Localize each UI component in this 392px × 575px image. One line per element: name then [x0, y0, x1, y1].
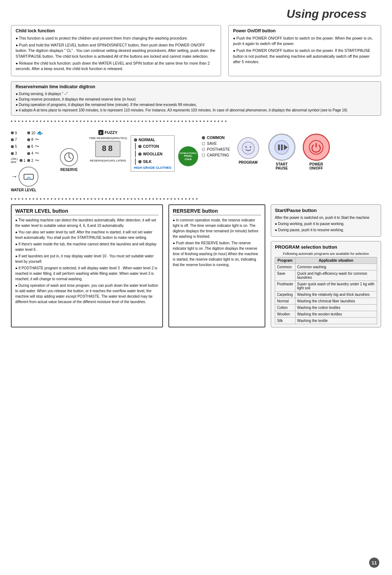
program-button-section: PROGRAM — [237, 137, 259, 164]
svg-point-8 — [250, 146, 251, 148]
wl-btn-item-4: If wet laundries are put in, it may disp… — [15, 253, 159, 264]
programs-right-section: COMMON SAVE POSTHASTE CARPETING — [202, 135, 230, 159]
table-cell: Washing the relatively big and thick lau… — [295, 291, 377, 298]
prog-cotton: COTTON — [143, 144, 159, 148]
child-lock-title: Child lock function — [16, 28, 216, 33]
top-info-row: Child lock function This function is use… — [11, 25, 381, 76]
table-cell: Washing the textile — [295, 318, 377, 324]
start-pause-info-box: Start/Pause button After the power is sw… — [271, 204, 381, 237]
reserve-label: RESERVE — [60, 168, 78, 172]
prog-col-1: Program — [275, 257, 295, 264]
start-pause-section: START PAUSE — [268, 134, 295, 170]
table-row: CottonWashing the cotton textiles — [275, 305, 377, 311]
diagram-area: 9 10 🐟 7 8 〜 5 6 〜 3 4 〜 (18L)MIN1 2 〜 → — [11, 123, 381, 197]
start-pause-label: START PAUSE — [275, 162, 288, 170]
water-level-label: WATER LEVEL — [11, 188, 36, 192]
power-on-off-title: Power On/Off button — [233, 28, 376, 33]
wl-btn-item-3: If there's water inside the tub, the mac… — [15, 241, 159, 252]
program-selection-title: PROGRAM selection button — [275, 244, 377, 250]
table-cell: Save — [275, 270, 295, 281]
reserve-button-box: RERSERVE button In common operation mode… — [168, 204, 265, 327]
wl-3: 3 — [15, 151, 17, 155]
programs-left-box: NORMAL COTTON WOOLLEN SILK HIGH G — [131, 135, 175, 172]
sp-item-1: After the power is switched on, push it … — [275, 215, 377, 220]
page-number: 11 — [369, 558, 379, 568]
table-cell: Common washing — [295, 264, 377, 270]
sp-item-3: During pause, push it to resume working. — [275, 227, 377, 233]
power-section: POWER ON/OFF — [303, 134, 330, 170]
sp-item-2: During working, push it to pause working… — [275, 221, 377, 227]
child-lock-item-2: Push and hold the WATER LEVEL button and… — [16, 42, 216, 59]
table-row: PosthasteSuper quick wash of the laundry… — [275, 281, 377, 291]
prog-normal: NORMAL — [139, 138, 155, 142]
start-pause-button[interactable] — [268, 134, 295, 161]
child-lock-item-3: Release the child lock function: push do… — [16, 61, 216, 72]
reserve-hours-label: RESERVE(HOURS LATER) — [90, 159, 126, 162]
prog-carpeting: CARPETING — [207, 153, 229, 157]
table-cell: Silk — [275, 318, 295, 324]
wl-4: 4 — [31, 151, 33, 155]
reserve-btn-item-1: In common operation mode, the reserve in… — [173, 217, 261, 239]
svg-text:F: F — [100, 131, 102, 135]
time-remained-label: TIME REMAINED(MINUTES) — [89, 136, 127, 140]
table-cell: Carpeting — [275, 291, 295, 298]
table-cell: Washing the chimical fiber laundries — [295, 298, 377, 305]
prog-silk: SILK — [143, 159, 152, 164]
table-row: WoollenWashing the woolen textiles — [275, 311, 377, 318]
svg-point-6 — [242, 142, 254, 154]
high-grade-label: HIGH GRADE CLOTHES — [134, 166, 171, 170]
reserve-time-title: Reserve/remain time indicator digitron — [16, 84, 376, 89]
table-cell: Washing the woolen textiles — [295, 311, 377, 318]
display-programs-section: F FUZZY TIME REMAINED(MINUTES) 88 RESERV… — [89, 130, 127, 162]
water-level-button[interactable] — [19, 167, 38, 187]
prog-common: COMMON — [207, 135, 225, 140]
prog-woollen: WOOLLEN — [143, 152, 163, 156]
child-lock-item-1: This function is used to protect the chi… — [16, 36, 216, 41]
wl-btn-item-6: During operation of wash and rinse progr… — [15, 283, 159, 305]
table-row: CommonCommon washing — [275, 264, 377, 270]
arrow-icon: → — [11, 173, 17, 180]
program-table: Program Applicable situation CommonCommo… — [275, 257, 377, 324]
wl-7: 7 — [15, 138, 17, 142]
table-row: CarpetingWashing the relatively big and … — [275, 291, 377, 298]
ciaa-logo: ANTIBACTERIAL FINAL CIAA — [178, 146, 198, 166]
power-button[interactable] — [303, 134, 330, 161]
power-item-1: Push the POWER ON/OFF button to switch o… — [233, 36, 376, 46]
reserve-section: RESERVE — [54, 148, 83, 172]
reserve-time-item-1: During sensing, it displays " –" — [16, 91, 376, 97]
svg-line-3 — [69, 157, 71, 159]
start-pause-info-title: Start/Pause button — [275, 208, 377, 213]
wl-8: 8 — [31, 138, 33, 142]
wl-6: 6 — [31, 144, 33, 148]
prog-save: SAVE — [207, 141, 217, 146]
wl-9: 9 — [15, 131, 17, 135]
power-on-off-box: Power On/Off button Push the POWER ON/OF… — [228, 25, 381, 76]
water-level-section: 9 10 🐟 7 8 〜 5 6 〜 3 4 〜 (18L)MIN1 2 〜 → — [11, 130, 53, 192]
reserve-btn-box-title: RERSERVE button — [173, 208, 261, 215]
bottom-row: WATER LEVEL button The washing machine c… — [11, 204, 381, 327]
program-label: PROGRAM — [238, 160, 257, 164]
wl-btn-item-2: You can also set water level by self. Af… — [15, 229, 159, 240]
table-cell: Quick and high-efficiency wash for commo… — [295, 270, 377, 281]
table-cell: Common — [275, 264, 295, 270]
reserve-time-item-3: During operation of programs, it display… — [16, 102, 376, 107]
table-cell: Washing the cotton textiles — [295, 305, 377, 311]
program-button[interactable] — [237, 137, 259, 159]
right-bottom-section: Start/Pause button After the power is sw… — [271, 204, 381, 327]
table-row: SaveQuick and high-efficiency wash for c… — [275, 270, 377, 281]
ciaa-section: ANTIBACTERIAL FINAL CIAA — [178, 146, 198, 166]
water-level-button-box: WATER LEVEL button The washing machine c… — [11, 204, 163, 327]
power-item-2: Push the POWER ON/OFF button to switch o… — [233, 48, 376, 65]
program-selection-box: PROGRAM selection button Following autom… — [271, 241, 381, 327]
wl-1: 1 — [24, 159, 26, 163]
svg-rect-11 — [281, 144, 283, 150]
table-cell: Normal — [275, 298, 295, 305]
table-cell: Super quick wash of the laundry under 1 … — [295, 281, 377, 291]
table-cell: Posthaste — [275, 281, 295, 291]
prog-subtitle: Following automatic programs are availab… — [275, 252, 377, 256]
display-digits: 88 — [95, 141, 121, 157]
power-label: POWER ON/OFF — [309, 162, 323, 170]
reserve-button[interactable] — [60, 148, 78, 166]
prog-posthaste: POSTHASTE — [207, 147, 230, 151]
page-title: Using process — [11, 7, 381, 21]
